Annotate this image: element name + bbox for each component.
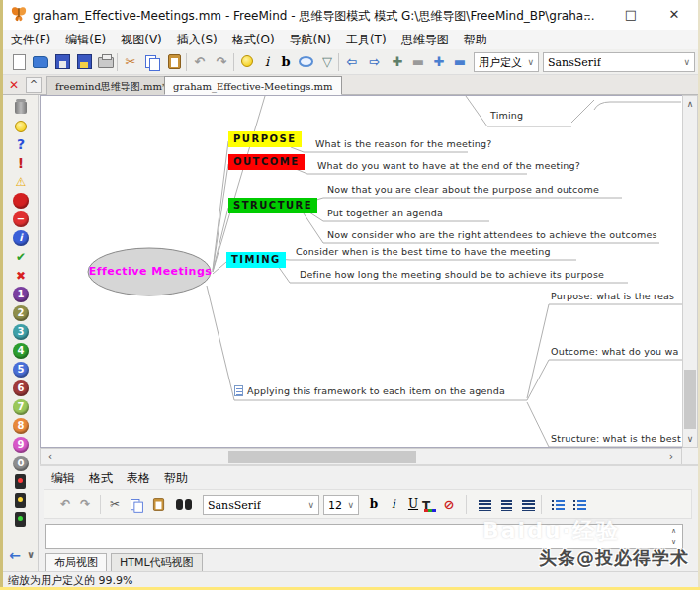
menu-navigate[interactable]: 导航(N) bbox=[290, 32, 331, 48]
node-timing[interactable]: TIMING bbox=[226, 252, 286, 268]
node-structure-child[interactable]: Now that you are clear about the purpose… bbox=[327, 184, 599, 195]
note-size-select[interactable]: 12 ∨ bbox=[323, 495, 359, 515]
help-icon[interactable]: ? bbox=[13, 136, 29, 152]
number-1-icon[interactable]: 1 bbox=[13, 287, 29, 302]
note-font-select[interactable]: SansSerif ∨ bbox=[203, 495, 319, 515]
bold-icon[interactable]: b bbox=[276, 52, 296, 72]
node-applying[interactable]: Applying this framework to each item on … bbox=[234, 385, 505, 396]
align-center-icon[interactable] bbox=[497, 495, 515, 514]
note-find-icon[interactable] bbox=[175, 495, 193, 514]
node-applying-child[interactable]: Outcome: what do you wa bbox=[551, 346, 678, 357]
number-3-icon[interactable]: 3 bbox=[13, 324, 29, 340]
note-menu-format[interactable]: 格式 bbox=[89, 470, 113, 487]
vertical-scrollbar[interactable]: ∧ ∨ bbox=[682, 95, 698, 448]
number-0-icon[interactable]: 0 bbox=[13, 456, 29, 471]
note-remove-format-icon[interactable]: ⊘ bbox=[440, 495, 458, 514]
new-file-icon[interactable] bbox=[9, 52, 29, 72]
save-icon[interactable] bbox=[52, 52, 72, 72]
filter-icon[interactable]: ▽ bbox=[317, 52, 337, 72]
node-outcome-child[interactable]: What do you want to have at the end of t… bbox=[317, 160, 580, 171]
number-6-icon[interactable]: 6 bbox=[13, 380, 29, 396]
print-icon[interactable] bbox=[96, 52, 116, 72]
warning-icon[interactable]: ⚠ bbox=[13, 174, 29, 190]
note-input-spinner[interactable]: ∧∨ bbox=[667, 526, 680, 548]
root-node-label[interactable]: Effective Meetings bbox=[88, 265, 213, 278]
number-4-icon[interactable]: 4 bbox=[13, 343, 29, 359]
spin-down-icon[interactable]: ∨ bbox=[671, 538, 676, 546]
menu-help[interactable]: 帮助 bbox=[464, 32, 487, 48]
close-map-icon[interactable]: ✕ bbox=[6, 77, 22, 93]
note-redo-icon[interactable]: ↷ bbox=[76, 495, 94, 514]
font-select[interactable]: SansSerif ∨ bbox=[543, 52, 695, 72]
open-file-icon[interactable] bbox=[31, 52, 50, 72]
scroll-up-icon[interactable]: ∧ bbox=[683, 96, 697, 112]
tab-html-code-view[interactable]: HTML代码视图 bbox=[111, 553, 203, 572]
stop-sign-icon[interactable] bbox=[13, 193, 29, 209]
align-left-icon[interactable] bbox=[476, 495, 493, 514]
number-8-icon[interactable]: 8 bbox=[13, 418, 29, 434]
save-as-icon[interactable] bbox=[74, 52, 94, 72]
redo-icon[interactable]: ↷ bbox=[212, 52, 231, 72]
bullet-list-icon[interactable] bbox=[549, 495, 567, 514]
undo-icon[interactable]: ↶ bbox=[190, 52, 210, 72]
menu-tools[interactable]: 工具(T) bbox=[346, 32, 387, 48]
node-outcome[interactable]: OUTCOME bbox=[228, 154, 305, 170]
note-bold-icon[interactable]: b bbox=[365, 495, 383, 514]
node-structure[interactable]: STRUCTURE bbox=[228, 198, 317, 213]
node-applying-child[interactable]: Structure: what is the best ∨ bbox=[551, 433, 682, 444]
minimize-button[interactable]: – bbox=[568, 0, 607, 30]
note-text-input[interactable]: ∧∨ bbox=[45, 524, 683, 549]
node-timing-child[interactable]: Define how long the meeting should be to… bbox=[300, 269, 604, 280]
traffic-light-red-icon[interactable] bbox=[15, 474, 26, 489]
sidebar-scroll-down-icon[interactable]: ∨ bbox=[23, 548, 39, 563]
important-icon[interactable]: ! bbox=[13, 155, 29, 171]
spin-up-icon[interactable]: ∧ bbox=[671, 527, 676, 535]
tab-layout-view[interactable]: 布局视图 bbox=[45, 553, 107, 572]
node-applying-child[interactable]: Purpose: what is the reas bbox=[551, 291, 674, 301]
note-undo-icon[interactable]: ↶ bbox=[56, 495, 74, 514]
previous-map-icon[interactable]: ⇦ bbox=[342, 52, 362, 72]
node-structure-child[interactable]: Put together an agenda bbox=[327, 208, 443, 218]
italic-icon[interactable]: i bbox=[257, 52, 277, 72]
traffic-light-green-icon[interactable] bbox=[15, 512, 26, 527]
note-underline-icon[interactable]: U bbox=[404, 495, 422, 514]
note-menu-edit[interactable]: 编辑 bbox=[51, 470, 75, 487]
node-structure-child[interactable]: Now consider who are the right attendees… bbox=[327, 229, 657, 240]
node-timing-top-partial[interactable]: Timing bbox=[490, 110, 523, 121]
scroll-down-icon[interactable]: ∨ bbox=[683, 431, 697, 447]
note-font-color-icon[interactable]: T bbox=[422, 499, 430, 513]
number-9-icon[interactable]: 9 bbox=[13, 437, 29, 453]
mindmap-canvas[interactable]: Effective Meetings Timing PURPOSE What i… bbox=[40, 95, 682, 448]
note-menu-table[interactable]: 表格 bbox=[127, 470, 150, 487]
copy-icon[interactable] bbox=[142, 52, 162, 72]
scroll-left-icon[interactable]: ‹ bbox=[43, 449, 58, 464]
back-arrow-icon[interactable]: ← bbox=[7, 548, 23, 563]
node-timing-child[interactable]: Consider when is the best time to have t… bbox=[296, 246, 551, 257]
number-7-icon[interactable]: 7 bbox=[13, 399, 29, 415]
menu-view[interactable]: 视图(V) bbox=[121, 32, 162, 48]
fold-all-icon[interactable]: ▬ bbox=[408, 52, 428, 72]
unfold-all-icon[interactable]: ✚ bbox=[388, 52, 407, 72]
remove-icon[interactable]: − bbox=[13, 211, 29, 227]
tab-graham-effective-meetings[interactable]: graham_Effective-Meetings.mm bbox=[164, 76, 342, 95]
numbered-list-icon[interactable] bbox=[570, 495, 588, 514]
scroll-right-icon[interactable]: › bbox=[663, 449, 679, 464]
cancel-cross-icon[interactable]: ✖ bbox=[13, 268, 29, 284]
horizontal-scrollbar[interactable]: ‹ › bbox=[40, 448, 682, 464]
ok-check-icon[interactable]: ✔ bbox=[13, 249, 29, 265]
horizontal-scroll-thumb[interactable] bbox=[228, 451, 416, 463]
menu-format[interactable]: 格式(O) bbox=[232, 32, 275, 48]
trash-icon[interactable] bbox=[13, 99, 29, 115]
collapse-tabbar-icon[interactable]: ^ bbox=[26, 77, 42, 93]
menu-insert[interactable]: 插入(S) bbox=[177, 32, 218, 48]
next-map-icon[interactable]: ⇨ bbox=[365, 52, 385, 72]
traffic-light-yellow-icon[interactable] bbox=[15, 493, 26, 508]
node-purpose-child[interactable]: What is the reason for the meeting? bbox=[315, 138, 491, 149]
note-italic-icon[interactable]: i bbox=[385, 495, 402, 514]
node-purpose[interactable]: PURPOSE bbox=[228, 131, 302, 147]
note-cut-icon[interactable]: ✂ bbox=[106, 495, 124, 514]
note-menu-help[interactable]: 帮助 bbox=[164, 470, 188, 487]
info-icon[interactable]: i bbox=[13, 230, 29, 246]
tab-freemind-map[interactable]: freemind思维导图.mm* bbox=[46, 76, 176, 95]
zoom-in-icon[interactable]: ✚ bbox=[429, 52, 449, 72]
